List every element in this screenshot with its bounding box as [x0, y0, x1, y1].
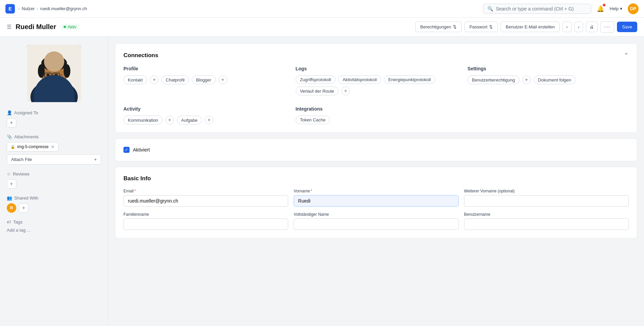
print-button[interactable]: 🖨 — [586, 22, 598, 32]
connections-integrations-title: Integrations — [296, 106, 457, 112]
tags-section: 🏷 Tags Add a tag ... — [7, 219, 101, 233]
connections-settings-title: Settings — [467, 66, 629, 71]
basic-info-form: Email* Vorname* Weiterer Vorname (option… — [123, 189, 629, 230]
conn-tag-add-profile-1[interactable]: + — [150, 75, 159, 84]
aktiviert-label: Aktiviert — [133, 147, 150, 153]
add-tag-text[interactable]: Add a tag ... — [7, 228, 30, 233]
conn-tag-add-settings[interactable]: + — [522, 75, 531, 84]
help-menu[interactable]: Help ▾ — [610, 6, 622, 11]
benutzer-email-label: Benutzer E-Mail erstellen — [506, 24, 555, 29]
svg-point-5 — [41, 56, 67, 71]
connections-card: Connections ⌃ Profile Kontakt + Chatprof… — [115, 43, 637, 133]
benutzername-input[interactable] — [464, 218, 629, 230]
vorname-input[interactable] — [294, 195, 458, 207]
conn-tag-aktivitaetsprotokoll[interactable]: Aktivitätsprotokoll — [338, 75, 381, 84]
notification-bell[interactable]: 🔔 — [597, 5, 604, 13]
benutzer-email-button[interactable]: Benutzer E-Mail erstellen — [501, 22, 560, 32]
vorname-label: Vorname* — [294, 189, 458, 193]
breadcrumb-email[interactable]: ruedi.mueller@grynn.ch — [40, 6, 87, 11]
conn-tag-add-activity[interactable]: + — [165, 116, 174, 124]
connections-title: Connections — [123, 52, 158, 59]
berechtigungen-chevron-icon: ⇅ — [453, 24, 457, 29]
assigned-to-section: 👤 Assigned To + — [7, 110, 101, 127]
conn-tag-token-cache[interactable]: Token Cache — [296, 116, 330, 124]
vorname-field-container: Vorname* — [294, 189, 458, 207]
user-avatar[interactable]: DP — [628, 3, 639, 14]
connections-toggle-button[interactable]: ⌃ — [624, 52, 629, 59]
aktiviert-checkbox[interactable]: ✓ — [123, 147, 130, 153]
aktiviert-row: ✓ Aktiviert — [123, 147, 629, 153]
benutzername-field-container: Benutzername — [464, 212, 629, 230]
status-label: Aktiv — [68, 25, 76, 29]
tags-label: 🏷 Tags — [7, 219, 101, 225]
weiterer-vorname-input[interactable] — [464, 195, 629, 207]
conn-tag-blogger[interactable]: Blogger — [192, 75, 216, 84]
breadcrumb-nutzer[interactable]: Nutzer — [22, 6, 34, 11]
prev-button[interactable]: ‹ — [562, 22, 571, 32]
reviews-label: ☆ Reviews — [7, 171, 101, 177]
app-logo[interactable]: E — [5, 4, 15, 14]
email-label: Email* — [123, 189, 288, 193]
familienname-input[interactable] — [123, 218, 288, 230]
header-actions: Berechtigungen ⇅ Passwort ⇅ Benutzer E-M… — [415, 21, 637, 33]
connections-grid: Profile Kontakt + Chatprofil Blogger + L… — [123, 66, 629, 124]
vollstaendiger-name-input[interactable] — [294, 218, 458, 230]
berechtigungen-button[interactable]: Berechtigungen ⇅ — [415, 22, 462, 32]
svg-point-2 — [46, 82, 63, 102]
connections-integrations-section: Integrations Token Cache — [296, 106, 457, 124]
person-icon: 👤 — [7, 110, 12, 115]
reviews-section: ☆ Reviews + — [7, 171, 101, 189]
vollstaendiger-name-field-container: Vollständiger Name — [294, 212, 458, 230]
conn-tag-add-logs[interactable]: + — [341, 87, 350, 95]
search-icon: 🔍 — [487, 6, 493, 11]
conn-tag-kommunikation[interactable]: Kommunikation — [123, 116, 163, 124]
reviews-add-button[interactable]: + — [7, 179, 16, 189]
search-bar[interactable]: 🔍 Search or type a command (Ctrl + G) — [483, 4, 591, 14]
attach-file-button[interactable]: Attach File + — [7, 154, 101, 165]
conn-tag-benutzerberechtigung[interactable]: Benutzerberechtigung — [467, 75, 519, 84]
connections-logs-tags: Zugriffsprotokoll Aktivitätsprotokoll En… — [296, 75, 457, 95]
conn-tag-zugriffsprotokoll[interactable]: Zugriffsprotokoll — [296, 75, 336, 84]
email-input[interactable] — [123, 195, 288, 207]
passwort-label: Passwort — [469, 24, 487, 29]
svg-point-1 — [30, 80, 78, 102]
attachment-remove-button[interactable]: ✕ — [51, 144, 55, 149]
email-field-container: Email* — [123, 189, 288, 207]
next-button[interactable]: › — [574, 22, 583, 32]
shared-with-add-button[interactable]: + — [19, 203, 28, 213]
tag-icon: 🏷 — [7, 219, 11, 225]
connections-logs-section: Logs Zugriffsprotokoll Aktivitätsprotoko… — [296, 66, 457, 95]
familienname-field-container: Familienname — [123, 212, 288, 230]
shared-with-section: 👥 Shared With R + — [7, 195, 101, 213]
weiterer-vorname-field-container: Weiterer Vorname (optional) — [464, 189, 629, 207]
passwort-button[interactable]: Passwort ⇅ — [464, 22, 498, 32]
menu-icon[interactable]: ☰ — [7, 24, 12, 30]
conn-tag-dokument-folgen[interactable]: Dokument folgen — [534, 75, 576, 84]
star-icon: ☆ — [7, 171, 11, 177]
assigned-to-add-button[interactable]: + — [7, 118, 16, 127]
weiterer-vorname-label: Weiterer Vorname (optional) — [464, 189, 629, 193]
connections-settings-tags: Benutzerberechtigung + Dokument folgen — [467, 75, 629, 84]
save-button[interactable]: Save — [617, 22, 637, 32]
conn-tag-energiepunktprotokoll[interactable]: Energiepunktprotokoll — [384, 75, 435, 84]
shared-user-avatar: R — [7, 203, 16, 213]
topnav-right: 🔔 Help ▾ DP — [597, 3, 639, 14]
search-placeholder-text: Search or type a command (Ctrl + G) — [496, 6, 574, 11]
conn-tag-add-activity-2[interactable]: + — [205, 116, 213, 124]
conn-tag-chatprofil[interactable]: Chatprofil — [161, 75, 189, 84]
more-options-button[interactable]: ··· — [600, 21, 614, 33]
connections-profile-section: Profile Kontakt + Chatprofil Blogger + — [123, 66, 285, 95]
attachment-pill: 🔒 img-5-compresse ✕ — [7, 142, 59, 152]
main-content: Connections ⌃ Profile Kontakt + Chatprof… — [108, 37, 644, 326]
page-layout: 👤 Assigned To + 📎 Attachments 🔒 img-5-co… — [0, 37, 644, 326]
conn-tag-kontakt[interactable]: Kontakt — [123, 75, 147, 84]
basic-info-title: Basic Info — [123, 175, 629, 182]
conn-tag-aufgabe[interactable]: Aufgabe — [177, 116, 202, 124]
svg-point-15 — [53, 77, 55, 79]
connections-settings-section: Settings Benutzerberechtigung + Dokument… — [467, 66, 629, 95]
conn-tag-verlauf[interactable]: Verlauf der Route — [296, 87, 339, 95]
connections-integrations-tags: Token Cache — [296, 116, 457, 124]
conn-tag-add-profile-2[interactable]: + — [218, 75, 227, 84]
attachments-section: 📎 Attachments 🔒 img-5-compresse ✕ Attach… — [7, 134, 101, 165]
connections-profile-title: Profile — [123, 66, 285, 71]
